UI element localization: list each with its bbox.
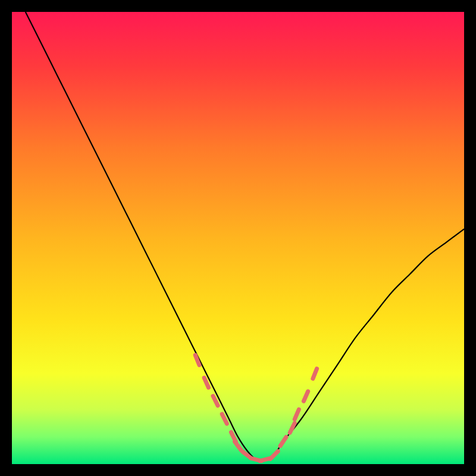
- bottleneck-chart: [12, 12, 464, 464]
- gradient-background: [12, 12, 464, 464]
- chart-frame: TheBottleneck.com: [12, 12, 464, 464]
